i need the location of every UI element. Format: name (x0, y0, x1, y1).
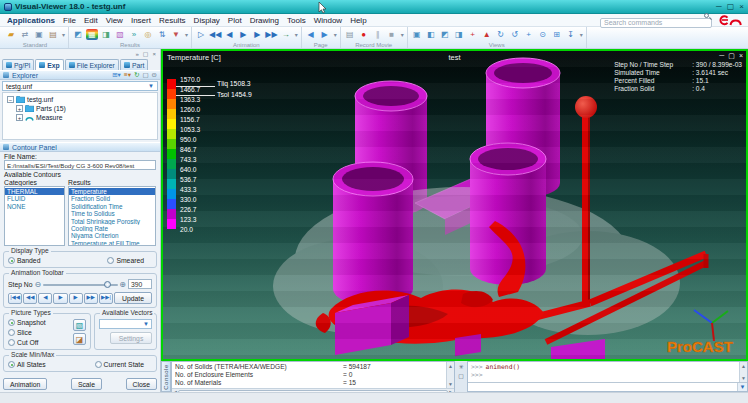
scroll-up-icon[interactable]: ▲ (741, 363, 746, 369)
panel-button[interactable]: Scale (71, 378, 102, 390)
slider-plus-icon[interactable]: ⊕ (119, 280, 126, 289)
vectors-combo[interactable]: ▼ (99, 319, 152, 329)
paste-icon[interactable]: ▤ (47, 29, 59, 40)
refresh-icon[interactable]: ↻ (134, 72, 139, 79)
spin-icon[interactable]: ↺ (509, 29, 521, 40)
minimize-button[interactable]: ─ (716, 2, 722, 11)
min-max-icon[interactable]: ⇅ (156, 29, 168, 40)
file-combo[interactable]: testg.unf ▼ (2, 81, 158, 91)
menu-item[interactable]: Applications (3, 16, 59, 25)
annotation-icon[interactable]: ▲ (481, 29, 493, 40)
next-page-icon[interactable]: ▶ (319, 29, 331, 40)
settings-button[interactable]: Settings (110, 332, 152, 344)
menu-item[interactable]: File (59, 16, 80, 25)
slider-thumb[interactable] (104, 281, 111, 288)
pin-icon[interactable]: » (135, 51, 138, 57)
expand-icon[interactable]: + (16, 114, 23, 121)
toolbar-overflow-icon[interactable]: ▾ (334, 31, 337, 38)
panel-button[interactable]: Close (126, 378, 157, 390)
collapse-icon[interactable]: − (7, 96, 14, 103)
panel-tab[interactable]: File Explorer (65, 59, 119, 70)
scale-minmax-option[interactable]: Current State (95, 361, 144, 368)
picture-type-option[interactable]: Cut Off (8, 339, 71, 346)
console-tab[interactable]: Console (161, 361, 171, 392)
result-item[interactable]: Cooling Rate (69, 225, 155, 232)
menu-item[interactable]: Insert (127, 16, 155, 25)
result-item[interactable]: Temperature (69, 188, 155, 195)
result-item[interactable]: Temperature at Fill Time (69, 240, 155, 246)
scroll-down-icon[interactable]: ▼ (741, 375, 746, 381)
panel-tab[interactable]: Exp (35, 59, 63, 70)
panel-splitter[interactable]: ✳ ▢ (455, 361, 467, 392)
top-view-icon[interactable]: ◩ (439, 29, 451, 40)
result-item[interactable]: Fraction Solid (69, 195, 155, 202)
iso-view-icon[interactable]: ▣ (411, 29, 423, 40)
history-dropdown-icon[interactable]: ▼ (737, 383, 747, 391)
new-view-icon[interactable]: ▢ (142, 72, 148, 79)
tree-item[interactable]: +Parts (15) (5, 104, 155, 113)
options-icon[interactable]: ⊙ (152, 72, 157, 79)
expand-icon[interactable]: + (16, 105, 23, 112)
display-type-option[interactable]: Smeared (107, 257, 144, 264)
cutoff-tool-icon[interactable]: ◪ (73, 333, 86, 345)
slice-tool-icon[interactable]: ▧ (73, 319, 86, 331)
open-icon[interactable]: ▰ (5, 29, 17, 40)
next-frame-icon[interactable]: ▶ (251, 29, 263, 40)
first-frame-button[interactable]: |◀◀ (8, 293, 22, 304)
scale-minmax-option[interactable]: All States (8, 361, 46, 368)
menu-item[interactable]: Help (346, 16, 370, 25)
toolbar-overflow-icon[interactable]: ▾ (580, 31, 583, 38)
toolbar-overflow-icon[interactable]: ▾ (401, 31, 404, 38)
pan-icon[interactable]: + (523, 29, 535, 40)
fast-forward-button[interactable]: ▶▶ (84, 293, 98, 304)
menu-item[interactable]: Plot (224, 16, 246, 25)
tree-item[interactable]: +Measure (5, 113, 155, 122)
section-icon[interactable]: ◨ (100, 29, 112, 40)
animation-setup-icon[interactable]: ▷ (195, 29, 207, 40)
tree-item[interactable]: −testg.unf (5, 95, 155, 104)
menu-item[interactable]: Display (190, 16, 224, 25)
menu-item[interactable]: View (102, 16, 127, 25)
python-command-input[interactable] (468, 383, 737, 391)
vp-minimize-button[interactable]: ─ (719, 51, 724, 60)
contour-icon[interactable]: ▦ (86, 29, 98, 40)
import-icon[interactable]: ⇄ (19, 29, 31, 40)
next-frame-button[interactable]: ▶ (69, 293, 83, 304)
sort-icon[interactable]: ≡▾ (124, 72, 131, 79)
console-vscrollbar[interactable]: ▲ ▼ (446, 362, 454, 388)
panel-button[interactable]: Animation (3, 378, 47, 390)
last-frame-icon[interactable]: ▶▶ (265, 29, 277, 40)
picture-type-option[interactable]: Snapshot (8, 319, 71, 326)
menu-item[interactable]: Tools (283, 16, 310, 25)
result-item[interactable]: Niyama Criterion (69, 232, 155, 239)
vp-close-button[interactable]: × (739, 51, 743, 60)
last-frame-button[interactable]: ▶▶| (99, 293, 113, 304)
slider-minus-icon[interactable]: ⊖ (35, 280, 42, 289)
result-item[interactable]: Solidification Time (69, 203, 155, 210)
toolbar-overflow-icon[interactable]: ▾ (185, 31, 188, 38)
toolbar-overflow-icon[interactable]: ▾ (295, 31, 298, 38)
film-icon[interactable]: ▤ (344, 29, 356, 40)
picture-type-option[interactable]: Slice (8, 329, 71, 336)
close-button[interactable]: × (739, 2, 744, 11)
result-item[interactable]: Time to Solidus (69, 210, 155, 217)
front-view-icon[interactable]: ◧ (425, 29, 437, 40)
stop-icon[interactable]: ■ (386, 29, 398, 40)
float-icon[interactable]: ▢ (143, 51, 149, 57)
search-commands-input[interactable] (600, 18, 712, 28)
vector-icon[interactable]: » (128, 29, 140, 40)
iso-surface-icon[interactable]: ▧ (114, 29, 126, 40)
fast-rewind-button[interactable]: ◀◀ (23, 293, 37, 304)
step-slider[interactable]: ⊖ ⊕ (35, 280, 126, 289)
record-icon[interactable]: ● (358, 29, 370, 40)
prev-frame-button[interactable]: ◀ (38, 293, 52, 304)
prev-page-icon[interactable]: ◀ (305, 29, 317, 40)
prev-frame-icon[interactable]: ◀ (223, 29, 235, 40)
panel-tab[interactable]: Pg/Pl (2, 59, 34, 70)
menu-item[interactable]: Window (310, 16, 346, 25)
rotate-icon[interactable]: ↻ (495, 29, 507, 40)
first-frame-icon[interactable]: ◀◀ (209, 29, 221, 40)
anchor-icon[interactable]: ↧ (565, 29, 577, 40)
toolbar-overflow-icon[interactable]: ▾ (62, 31, 65, 38)
model-icon[interactable]: ◩ (72, 29, 84, 40)
